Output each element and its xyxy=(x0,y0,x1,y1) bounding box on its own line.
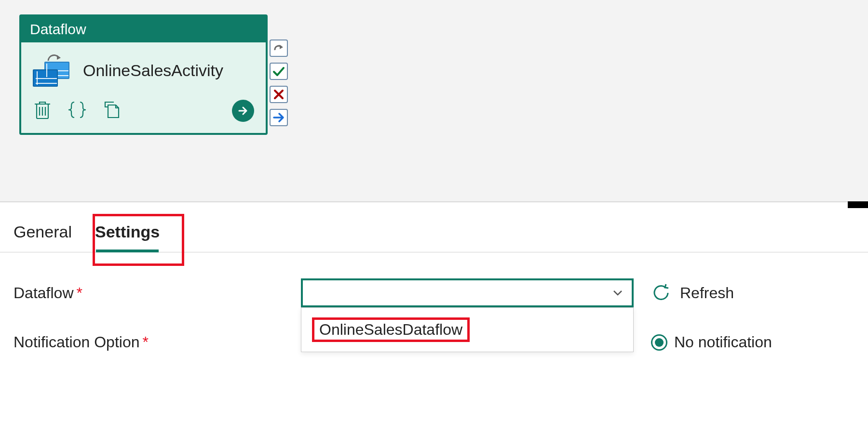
refresh-label: Refresh xyxy=(680,284,734,302)
code-braces-icon[interactable] xyxy=(67,99,88,122)
dataflow-dropdown: OnlineSalesDataflow xyxy=(301,307,634,352)
pipeline-canvas[interactable]: Dataflow OnlineSalesActivity xyxy=(0,0,868,201)
activity-settings-panel: General Settings Dataflow* Refresh xyxy=(0,202,868,351)
run-arrow-button[interactable] xyxy=(232,100,254,122)
chevron-down-icon xyxy=(612,289,623,296)
dataflow-option-highlight: OnlineSalesDataflow xyxy=(312,317,470,342)
node-title: OnlineSalesActivity xyxy=(83,61,223,80)
node-connector-badges xyxy=(270,39,288,126)
x-icon[interactable] xyxy=(270,86,288,103)
dataflow-option-onlinesalesdataflow[interactable]: OnlineSalesDataflow xyxy=(308,313,626,347)
redo-icon[interactable] xyxy=(270,39,288,57)
refresh-icon xyxy=(651,283,671,303)
dataflow-row: Dataflow* Refresh OnlineSalesDataflow xyxy=(14,278,854,307)
settings-tabs: General Settings xyxy=(0,202,868,252)
radio-icon xyxy=(651,334,667,351)
tab-general[interactable]: General xyxy=(14,223,72,252)
check-icon[interactable] xyxy=(270,63,288,80)
dataflow-activity-node[interactable]: Dataflow OnlineSalesActivity xyxy=(19,14,268,135)
delete-icon[interactable] xyxy=(33,99,52,122)
notification-selected-label: No notification xyxy=(674,333,772,351)
notification-no-notification[interactable]: No notification xyxy=(651,333,854,351)
tab-settings[interactable]: Settings xyxy=(95,223,160,252)
dataflow-icon xyxy=(33,55,71,86)
notification-label: Notification Option* xyxy=(14,333,284,351)
node-type-label: Dataflow xyxy=(21,16,266,42)
dataflow-label: Dataflow* xyxy=(14,284,284,302)
dataflow-select[interactable] xyxy=(301,278,634,307)
refresh-button[interactable]: Refresh xyxy=(651,283,854,303)
arrow-right-icon[interactable] xyxy=(270,109,288,126)
copy-icon[interactable] xyxy=(102,99,122,122)
